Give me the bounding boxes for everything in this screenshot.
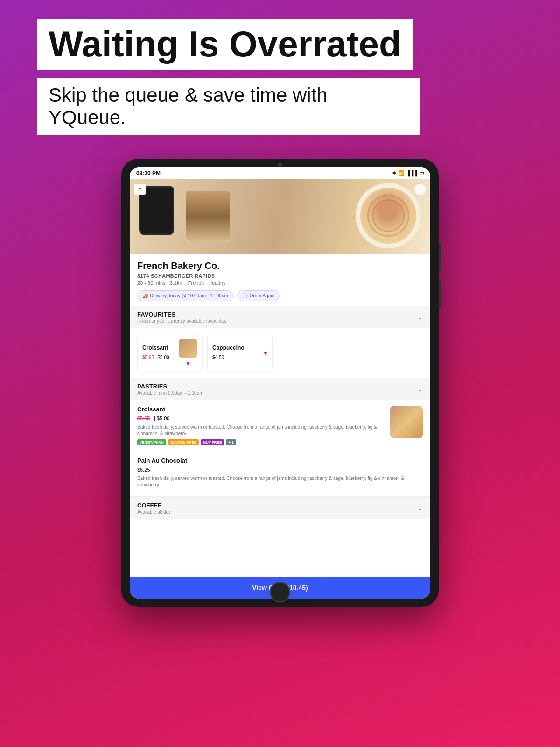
fav-cappuccino-heart-icon: ♥ bbox=[264, 349, 267, 357]
fav-croissant-img bbox=[179, 339, 197, 358]
tag-more: + 1 bbox=[226, 439, 236, 445]
menu-croissant-prices: $5.95 | $5.00 bbox=[137, 414, 385, 422]
main-subtitle: Skip the queue & save time with YQueue. bbox=[49, 84, 409, 129]
menu-pain-prices: $6.25 bbox=[137, 465, 418, 473]
pastries-section-header[interactable]: PASTRIES Available from 9:00am - 1:00pm … bbox=[130, 378, 430, 400]
coffee-header-left: COFFEE Available all day bbox=[137, 502, 171, 514]
hero-image: ✕ i bbox=[130, 179, 430, 254]
fav-croissant-info: Croissant $5.95 $5.00 bbox=[142, 345, 169, 361]
order-again-text: Order Again bbox=[250, 293, 274, 298]
coffee-chevron-icon: ⌄ bbox=[417, 504, 423, 512]
close-button[interactable]: ✕ bbox=[134, 184, 146, 195]
fav-cappuccino-price: $4.50 bbox=[212, 355, 224, 360]
pastries-header-left: PASTRIES Available from 9:00am - 1:00pm bbox=[137, 383, 203, 395]
battery-icon: ▭ bbox=[419, 170, 424, 176]
coffee-section-header[interactable]: COFFEE Available all day ⌄ bbox=[130, 497, 430, 519]
menu-croissant-desc: Baked fresh daily, served warm or toaste… bbox=[137, 424, 385, 437]
fav-croissant-price-old: $5.95 bbox=[142, 355, 154, 360]
app-body[interactable]: French Bakery Co. 8174 SCHAMBERGER RAPID… bbox=[130, 254, 430, 577]
fav-cappuccino-info: Cappuccino $4.50 bbox=[212, 345, 245, 361]
menu-pain-info: Pain Au Chocolat $6.25 Baked fresh daily… bbox=[137, 457, 423, 491]
tablet-wrapper: 09:30 PM ∗ 📶 ▐▐▐ ▭ bbox=[0, 159, 560, 607]
bottom-spacer bbox=[130, 519, 430, 529]
info-button[interactable]: i bbox=[414, 184, 426, 195]
tag-gluten-free: GLUTEN FREE bbox=[168, 439, 199, 445]
favourites-title: FAVOURITES bbox=[137, 311, 226, 318]
menu-croissant-info: Croissant $5.95 | $5.00 Baked fresh dail… bbox=[137, 406, 390, 445]
favourites-section-header[interactable]: FAVOURITES Re-order your currently avail… bbox=[130, 306, 430, 328]
favourites-grid: Croissant $5.95 $5.00 bbox=[130, 328, 430, 378]
tablet-screen: 09:30 PM ∗ 📶 ▐▐▐ ▭ bbox=[130, 167, 430, 599]
action-badges: 🚚 Delivery, today @ 10:00am - 11:00am 🕐 … bbox=[137, 290, 423, 301]
menu-item-pain-au-chocolat[interactable]: Pain Au Chocolat $6.25 Baked fresh daily… bbox=[130, 451, 430, 497]
restaurant-name: French Bakery Co. bbox=[137, 261, 423, 271]
fav-croissant-name: Croissant bbox=[142, 345, 169, 351]
restaurant-meta: 20 - 30 mins · 3.1km · French · Healthy bbox=[137, 280, 423, 286]
subtitle-box: Skip the queue & save time with YQueue. bbox=[37, 78, 420, 135]
header-section: Waiting Is Overrated Skip the queue & sa… bbox=[0, 0, 560, 145]
title-box: Waiting Is Overrated bbox=[37, 19, 413, 70]
pastries-subtitle: Available from 9:00am - 1:00pm bbox=[137, 390, 203, 395]
tablet-home-button[interactable] bbox=[270, 582, 290, 602]
fav-cappuccino-name: Cappuccino bbox=[212, 345, 245, 351]
pastries-title: PASTRIES bbox=[137, 383, 203, 390]
menu-croissant-price-old: $5.95 bbox=[137, 416, 150, 421]
menu-croissant-name: Croissant bbox=[137, 406, 385, 413]
restaurant-info: French Bakery Co. 8174 SCHAMBERGER RAPID… bbox=[130, 254, 430, 306]
signal-icon: ▐▐▐ bbox=[406, 170, 417, 176]
menu-pain-name: Pain Au Chocolat bbox=[137, 457, 418, 464]
bluetooth-icon: ∗ bbox=[392, 170, 396, 176]
favourites-subtitle: Re-order your currently available favour… bbox=[137, 318, 226, 324]
menu-croissant-price-new: | $5.00 bbox=[154, 416, 169, 421]
fav-item-croissant[interactable]: Croissant $5.95 $5.00 bbox=[137, 334, 203, 372]
fav-croissant-price-new: $5.00 bbox=[157, 355, 169, 360]
clock-icon: 🕐 bbox=[242, 293, 248, 298]
delivery-text: Delivery, today @ 10:00am - 11:00am bbox=[150, 293, 228, 298]
restaurant-address: 8174 SCHAMBERGER RAPIDS bbox=[137, 273, 423, 279]
main-title: Waiting Is Overrated bbox=[49, 24, 401, 64]
tablet-camera bbox=[278, 162, 282, 167]
delivery-badge[interactable]: 🚚 Delivery, today @ 10:00am - 11:00am bbox=[137, 290, 233, 301]
croissant-image bbox=[390, 406, 423, 438]
fav-croissant-prices: $5.95 $5.00 bbox=[142, 352, 169, 361]
app-content: ✕ i French Bakery Co. 8174 SCHAMBERGER R… bbox=[130, 179, 430, 599]
status-time: 09:30 PM bbox=[136, 170, 161, 176]
fav-item-cappuccino[interactable]: Cappuccino $4.50 ♥ bbox=[207, 334, 273, 372]
status-bar: 09:30 PM ∗ 📶 ▐▐▐ ▭ bbox=[130, 167, 430, 179]
tablet-device: 09:30 PM ∗ 📶 ▐▐▐ ▭ bbox=[121, 159, 439, 607]
favourites-chevron-icon: ⌄ bbox=[417, 313, 423, 321]
favourites-header-left: FAVOURITES Re-order your currently avail… bbox=[137, 311, 226, 324]
fav-croissant-right: ♥ bbox=[179, 339, 197, 367]
fav-croissant-heart-icon: ♥ bbox=[186, 359, 190, 367]
fav-cappuccino-prices: $4.50 bbox=[212, 352, 245, 361]
wifi-icon: 📶 bbox=[398, 170, 405, 176]
order-again-badge[interactable]: 🕐 Order Again bbox=[237, 290, 280, 301]
pastries-chevron-icon: ⌄ bbox=[417, 385, 423, 393]
coffee-title: COFFEE bbox=[137, 502, 171, 509]
tag-nut-free: NUT FREE bbox=[201, 439, 224, 445]
menu-croissant-tags: VEGETARIAN GLUTEN FREE NUT FREE + 1 bbox=[137, 439, 385, 445]
tag-vegetarian: VEGETARIAN bbox=[137, 439, 166, 445]
menu-item-croissant[interactable]: Croissant $5.95 | $5.00 Baked fresh dail… bbox=[130, 400, 430, 451]
status-icons: ∗ 📶 ▐▐▐ ▭ bbox=[392, 170, 424, 176]
menu-pain-price: $6.25 bbox=[137, 467, 150, 472]
coffee-subtitle: Available all day bbox=[137, 509, 171, 514]
menu-croissant-img bbox=[390, 406, 423, 438]
delivery-icon: 🚚 bbox=[142, 293, 148, 298]
menu-pain-desc: Baked fresh daily, served warm or toaste… bbox=[137, 475, 418, 488]
